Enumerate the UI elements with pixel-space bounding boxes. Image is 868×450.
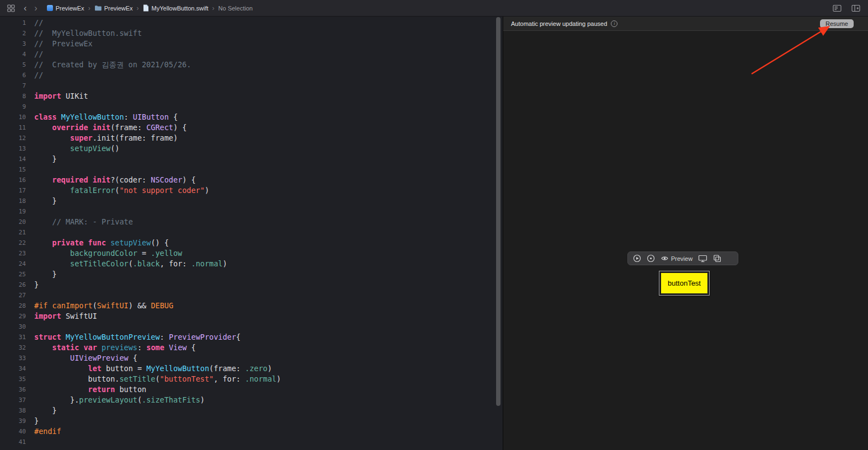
- line-number: 7: [0, 81, 26, 91]
- code-line[interactable]: [34, 322, 503, 332]
- code-line[interactable]: class MyYellowButton: UIButton {: [34, 112, 503, 122]
- related-items-icon[interactable]: [6, 3, 17, 14]
- code-line[interactable]: button.setTitle("buttonTest", for: .norm…: [34, 374, 503, 384]
- code-line[interactable]: override init(frame: CGRect) {: [34, 122, 503, 133]
- code-line[interactable]: #endif: [34, 426, 503, 437]
- line-number: 29: [0, 311, 26, 322]
- code-line[interactable]: fatalError("not support coder"): [34, 185, 503, 196]
- device-settings-icon[interactable]: [698, 254, 707, 262]
- editor-options-icon[interactable]: [833, 4, 842, 12]
- code-line[interactable]: [34, 206, 503, 217]
- code-line[interactable]: }: [34, 154, 503, 164]
- line-number: 5: [0, 60, 26, 70]
- breadcrumb-file-label: MyYellowButton.swift: [152, 5, 209, 12]
- code-line[interactable]: // Created by 김종권 on 2021/05/26.: [34, 60, 503, 70]
- add-editor-icon[interactable]: [851, 4, 860, 12]
- code-line[interactable]: }.previewLayout(.sizeThatFits): [34, 395, 503, 405]
- yellow-button[interactable]: buttonTest: [661, 273, 707, 293]
- jump-bar: ‹ › PreviewEx › PreviewEx › MyYellowButt…: [0, 0, 868, 17]
- code-line[interactable]: }: [34, 196, 503, 206]
- code-line[interactable]: backgroundColor = .yellow: [34, 248, 503, 259]
- code-line[interactable]: [34, 227, 503, 238]
- code-line[interactable]: setupView(): [34, 143, 503, 154]
- inspect-icon[interactable]: [647, 254, 655, 262]
- line-number: 20: [0, 217, 26, 227]
- line-numbers: 1234567891011121314151617181920212223242…: [0, 17, 30, 450]
- code-lines[interactable]: //// MyYellowButton.swift// PreviewEx///…: [30, 17, 503, 450]
- code-line[interactable]: // MyYellowButton.swift: [34, 28, 503, 39]
- code-line[interactable]: }: [34, 416, 503, 426]
- preview-canvas: Preview buttonTest: [503, 31, 868, 449]
- line-number: 36: [0, 384, 26, 395]
- duplicate-preview-icon[interactable]: [713, 254, 721, 262]
- line-number: 38: [0, 405, 26, 416]
- line-number: 15: [0, 164, 26, 175]
- forward-button[interactable]: ›: [30, 4, 41, 13]
- line-number: 33: [0, 353, 26, 363]
- code-line[interactable]: [34, 101, 503, 112]
- preview-mode-button[interactable]: Preview: [661, 254, 693, 262]
- code-line[interactable]: }: [34, 405, 503, 416]
- code-line[interactable]: [34, 290, 503, 301]
- line-number: 24: [0, 259, 26, 269]
- code-line[interactable]: [34, 437, 503, 447]
- code-line[interactable]: // MARK: - Private: [34, 217, 503, 227]
- breadcrumb-separator: ›: [133, 4, 143, 12]
- code-line[interactable]: //: [34, 49, 503, 60]
- line-number: 14: [0, 154, 26, 164]
- code-line[interactable]: setTitleColor(.black, for: .normal): [34, 259, 503, 269]
- line-number: 40: [0, 426, 26, 437]
- code-line[interactable]: }: [34, 269, 503, 280]
- line-number: 17: [0, 185, 26, 196]
- editor-controls: [833, 4, 860, 12]
- line-number: 12: [0, 133, 26, 143]
- code-line[interactable]: return button: [34, 384, 503, 395]
- code-line[interactable]: }: [34, 280, 503, 290]
- breadcrumb-file[interactable]: MyYellowButton.swift: [143, 4, 209, 12]
- line-number: 10: [0, 112, 26, 122]
- code-line[interactable]: super.init(frame: frame): [34, 133, 503, 143]
- breadcrumb-no-selection[interactable]: No Selection: [219, 5, 253, 12]
- code-line[interactable]: import SwiftUI: [34, 311, 503, 322]
- line-number: 34: [0, 363, 26, 374]
- line-number: 32: [0, 342, 26, 353]
- code-line[interactable]: struct MyYellowButtonPreview: PreviewPro…: [34, 332, 503, 342]
- line-number: 31: [0, 332, 26, 342]
- line-number: 35: [0, 374, 26, 384]
- line-number: 37: [0, 395, 26, 405]
- line-number: 13: [0, 143, 26, 154]
- code-line[interactable]: //: [34, 18, 503, 28]
- code-line[interactable]: let button = MyYellowButton(frame: .zero…: [34, 363, 503, 374]
- folder-icon: [94, 5, 102, 11]
- breadcrumb-project[interactable]: PreviewEx: [47, 5, 84, 12]
- code-line[interactable]: #if canImport(SwiftUI) && DEBUG: [34, 301, 503, 311]
- breadcrumb-separator: ›: [84, 4, 94, 12]
- breadcrumb-group[interactable]: PreviewEx: [94, 5, 133, 12]
- line-number: 9: [0, 101, 26, 112]
- line-number: 26: [0, 280, 26, 290]
- preview-pane: Automatic preview updating paused i Resu…: [503, 17, 868, 450]
- banner-message: Automatic preview updating paused: [511, 20, 607, 27]
- code-line[interactable]: //: [34, 70, 503, 81]
- line-number: 41: [0, 437, 26, 447]
- code-line[interactable]: static var previews: some View {: [34, 342, 503, 353]
- back-button[interactable]: ‹: [20, 4, 30, 13]
- line-number: 16: [0, 175, 26, 185]
- line-number: 22: [0, 238, 26, 248]
- editor-scrollbar[interactable]: [496, 17, 500, 406]
- code-line[interactable]: [34, 81, 503, 91]
- code-line[interactable]: required init?(coder: NSCoder) {: [34, 175, 503, 185]
- code-line[interactable]: [34, 164, 503, 175]
- live-preview-icon[interactable]: [633, 254, 641, 262]
- code-editor[interactable]: 1234567891011121314151617181920212223242…: [0, 17, 503, 450]
- code-line[interactable]: UIViewPreview {: [34, 353, 503, 363]
- info-icon[interactable]: i: [611, 20, 617, 27]
- eye-icon: [661, 254, 669, 262]
- code-line[interactable]: // PreviewEx: [34, 39, 503, 49]
- line-number: 11: [0, 122, 26, 133]
- line-number: 4: [0, 49, 26, 60]
- resume-button[interactable]: Resume: [820, 19, 854, 28]
- code-line[interactable]: private func setupView() {: [34, 238, 503, 248]
- line-number: 2: [0, 28, 26, 39]
- code-line[interactable]: import UIKit: [34, 91, 503, 101]
